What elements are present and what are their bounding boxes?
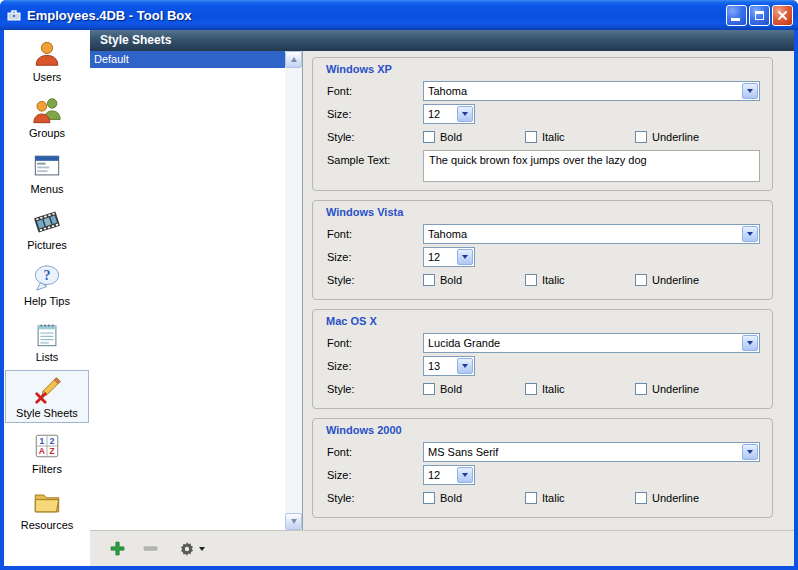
- combo-dropdown-button[interactable]: [457, 358, 473, 374]
- windows-2000-underline-checkbox[interactable]: Underline: [635, 492, 699, 504]
- sidebar-item-help-tips[interactable]: ? Help Tips: [5, 258, 89, 311]
- checkbox-label: Bold: [440, 383, 462, 395]
- windows-xp-font-select[interactable]: Tahoma: [423, 81, 760, 101]
- checkbox-label: Underline: [652, 492, 699, 504]
- combo-dropdown-button[interactable]: [742, 226, 758, 242]
- panel-title: Windows XP: [326, 63, 760, 75]
- sidebar-item-label: Pictures: [27, 239, 67, 251]
- windows-vista-bold-checkbox[interactable]: Bold: [423, 274, 525, 286]
- checkbox-box[interactable]: [635, 131, 647, 143]
- checkbox-label: Underline: [652, 274, 699, 286]
- windows-2000-font-select[interactable]: MS Sans Serif: [423, 442, 760, 462]
- checkbox-label: Italic: [542, 383, 565, 395]
- scroll-down-button[interactable]: [285, 513, 302, 530]
- window-controls: [726, 5, 793, 26]
- combo-dropdown-button[interactable]: [457, 106, 473, 122]
- windows-2000-bold-checkbox[interactable]: Bold: [423, 492, 525, 504]
- sidebar-item-pictures[interactable]: Pictures: [5, 202, 89, 255]
- list-scrollbar[interactable]: [285, 51, 302, 530]
- mac-os-x-bold-checkbox[interactable]: Bold: [423, 383, 525, 395]
- style-row: Style: Bold Italic Underline: [321, 377, 760, 400]
- checkbox-box[interactable]: [635, 274, 647, 286]
- scroll-up-button[interactable]: [285, 51, 302, 68]
- list-item-default[interactable]: Default: [90, 51, 285, 68]
- panel-title: Windows Vista: [326, 206, 760, 218]
- sidebar-item-lists[interactable]: Lists: [5, 314, 89, 367]
- window-content: Users Groups Menus Pictures ? Help Tips …: [4, 30, 794, 566]
- windows-xp-underline-checkbox[interactable]: Underline: [635, 131, 699, 143]
- sidebar-item-groups[interactable]: Groups: [5, 90, 89, 143]
- sidebar-item-label: Help Tips: [24, 295, 70, 307]
- panel-mac-os-x: Mac OS X Font: Lucida Grande Size: 13: [312, 309, 773, 409]
- filters-icon: 12AZ: [32, 431, 62, 461]
- font-value: Tahoma: [424, 82, 741, 100]
- svg-text:Z: Z: [50, 446, 55, 456]
- sidebar-item-label: Filters: [32, 463, 62, 475]
- sidebar-item-filters[interactable]: 12AZ Filters: [5, 426, 89, 479]
- checkbox-box[interactable]: [423, 383, 435, 395]
- sidebar-item-users[interactable]: Users: [5, 34, 89, 87]
- windows-2000-size-select[interactable]: 12: [423, 465, 475, 485]
- minus-icon: [142, 540, 159, 557]
- mac-os-x-italic-checkbox[interactable]: Italic: [525, 383, 635, 395]
- checkbox-box[interactable]: [423, 274, 435, 286]
- close-icon: [777, 10, 788, 21]
- combo-dropdown-button[interactable]: [742, 335, 758, 351]
- panel-windows-vista: Windows Vista Font: Tahoma Size: 12: [312, 200, 773, 300]
- style-sheet-list: Default: [90, 51, 303, 530]
- add-style-sheet-button[interactable]: [105, 537, 129, 561]
- windows-vista-font-select[interactable]: Tahoma: [423, 224, 760, 244]
- mac-os-x-underline-checkbox[interactable]: Underline: [635, 383, 699, 395]
- checkbox-box[interactable]: [635, 383, 647, 395]
- combo-dropdown-button[interactable]: [742, 444, 758, 460]
- maximize-button[interactable]: [749, 5, 770, 26]
- size-label: Size:: [321, 469, 423, 481]
- sidebar-item-label: Menus: [30, 183, 63, 195]
- windows-xp-bold-checkbox[interactable]: Bold: [423, 131, 525, 143]
- close-button[interactable]: [772, 5, 793, 26]
- help-tips-icon: ?: [32, 263, 62, 293]
- checkbox-box[interactable]: [423, 492, 435, 504]
- scrollbar-track[interactable]: [285, 68, 302, 513]
- checkbox-box[interactable]: [525, 492, 537, 504]
- checkbox-box[interactable]: [525, 383, 537, 395]
- style-label: Style:: [321, 274, 423, 286]
- sample-text-label: Sample Text:: [321, 150, 423, 166]
- actions-menu-button[interactable]: [179, 541, 205, 557]
- combo-dropdown-button[interactable]: [742, 83, 758, 99]
- checkbox-box[interactable]: [635, 492, 647, 504]
- chevron-down-icon: [747, 450, 753, 454]
- windows-xp-size-select[interactable]: 12: [423, 104, 475, 124]
- size-row: Size: 12: [321, 245, 760, 268]
- sidebar-item-menus[interactable]: Menus: [5, 146, 89, 199]
- style-sheets-icon: [32, 375, 62, 405]
- pictures-icon: [32, 207, 62, 237]
- checkbox-box[interactable]: [525, 131, 537, 143]
- windows-vista-size-select[interactable]: 12: [423, 247, 475, 267]
- style-label: Style:: [321, 131, 423, 143]
- checkbox-box[interactable]: [423, 131, 435, 143]
- mac-os-x-font-select[interactable]: Lucida Grande: [423, 333, 760, 353]
- sidebar-item-resources[interactable]: Resources: [5, 482, 89, 535]
- svg-text:1: 1: [40, 436, 45, 446]
- combo-dropdown-button[interactable]: [457, 467, 473, 483]
- windows-vista-underline-checkbox[interactable]: Underline: [635, 274, 699, 286]
- titlebar[interactable]: Employees.4DB - Tool Box: [0, 0, 798, 30]
- chevron-down-icon: [462, 473, 468, 477]
- mac-os-x-size-select[interactable]: 13: [423, 356, 475, 376]
- windows-xp-italic-checkbox[interactable]: Italic: [525, 131, 635, 143]
- size-row: Size: 12: [321, 463, 760, 486]
- checkbox-label: Italic: [542, 492, 565, 504]
- combo-dropdown-button[interactable]: [457, 249, 473, 265]
- windows-2000-italic-checkbox[interactable]: Italic: [525, 492, 635, 504]
- checkbox-box[interactable]: [525, 274, 537, 286]
- font-value: Lucida Grande: [424, 334, 741, 352]
- users-icon: [32, 39, 62, 69]
- font-label: Font:: [321, 85, 423, 97]
- sidebar-item-label: Style Sheets: [16, 407, 78, 419]
- remove-style-sheet-button[interactable]: [138, 537, 162, 561]
- sidebar-item-style-sheets[interactable]: Style Sheets: [5, 370, 89, 423]
- minimize-button[interactable]: [726, 5, 747, 26]
- section-header: Style Sheets: [90, 30, 794, 51]
- windows-vista-italic-checkbox[interactable]: Italic: [525, 274, 635, 286]
